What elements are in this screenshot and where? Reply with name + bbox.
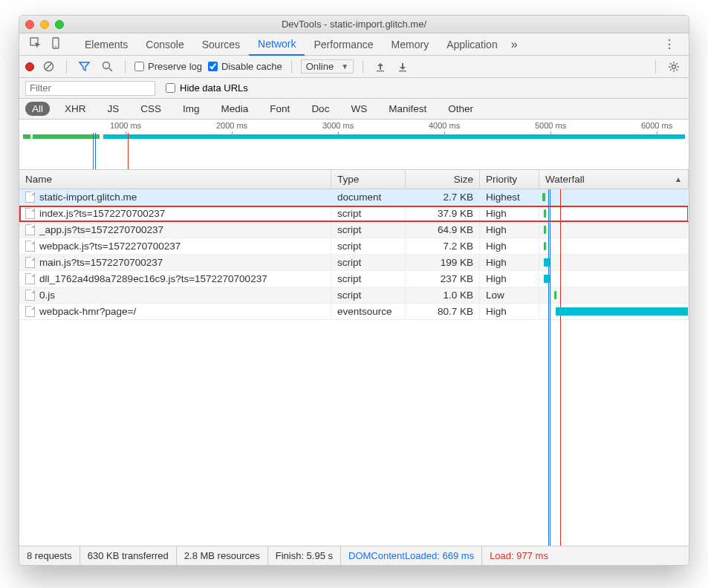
tab-memory[interactable]: Memory	[383, 33, 438, 56]
hide-data-urls-checkbox[interactable]: Hide data URLs	[166, 82, 248, 94]
type-chip-xhr[interactable]: XHR	[58, 102, 93, 116]
filter-input[interactable]	[25, 81, 155, 96]
request-priority: High	[480, 206, 539, 221]
tab-network[interactable]: Network	[249, 33, 305, 56]
sort-icon: ▲	[675, 175, 682, 183]
request-size: 2.7 KB	[406, 189, 480, 205]
download-icon[interactable]	[394, 62, 411, 72]
type-chip-manifest[interactable]: Manifest	[382, 102, 433, 116]
col-waterfall[interactable]: Waterfall▲	[539, 170, 689, 189]
request-size: 237 KB	[406, 271, 480, 287]
filter-icon[interactable]	[76, 61, 93, 72]
table-row[interactable]: index.js?ts=1572270700237script37.9 KBHi…	[19, 206, 689, 222]
more-tabs-icon[interactable]: »	[511, 38, 518, 51]
request-table: static-import.glitch.medocument2.7 KBHig…	[19, 189, 689, 546]
preserve-log-checkbox[interactable]: Preserve log	[134, 61, 202, 72]
tab-sources[interactable]: Sources	[193, 33, 249, 56]
svg-rect-2	[55, 46, 56, 47]
request-type: script	[331, 287, 406, 303]
hide-data-urls-label: Hide data URLs	[180, 82, 248, 94]
request-priority: High	[480, 238, 539, 254]
request-type: document	[331, 189, 406, 205]
status-dcl: DOMContentLoaded: 669 ms	[341, 546, 482, 565]
network-toolbar: Preserve log Disable cache Online▼	[19, 56, 689, 78]
tab-console[interactable]: Console	[137, 33, 192, 56]
svg-point-9	[672, 65, 676, 68]
table-row[interactable]: webpack.js?ts=1572270700237script7.2 KBH…	[19, 238, 689, 255]
request-type: eventsource	[331, 304, 406, 319]
request-size: 7.2 KB	[406, 238, 480, 254]
device-icon[interactable]	[46, 34, 67, 54]
request-priority: High	[480, 255, 539, 270]
tab-application[interactable]: Application	[438, 33, 507, 56]
request-priority: High	[480, 222, 539, 238]
type-chip-media[interactable]: Media	[215, 102, 256, 116]
waterfall-cell	[539, 238, 689, 254]
record-button[interactable]	[25, 62, 34, 71]
tab-performance[interactable]: Performance	[305, 33, 382, 56]
chevron-down-icon: ▼	[341, 62, 348, 71]
file-icon	[25, 257, 35, 268]
type-chip-doc[interactable]: Doc	[305, 102, 336, 116]
file-icon	[25, 273, 35, 284]
svg-rect-8	[399, 71, 406, 71]
throttling-value: Online	[306, 61, 334, 72]
tick-label: 6000 ms	[641, 121, 672, 130]
waterfall-cell	[539, 304, 689, 319]
upload-icon[interactable]	[372, 62, 389, 72]
col-type[interactable]: Type	[331, 170, 406, 189]
type-chip-font[interactable]: Font	[263, 102, 296, 116]
request-type: script	[331, 255, 406, 270]
request-type: script	[331, 206, 406, 221]
request-type: script	[331, 271, 406, 287]
request-priority: High	[480, 271, 539, 287]
table-row[interactable]: static-import.glitch.medocument2.7 KBHig…	[19, 189, 689, 206]
type-chip-css[interactable]: CSS	[134, 102, 168, 116]
inspect-icon[interactable]	[25, 34, 46, 54]
type-chip-img[interactable]: Img	[176, 102, 207, 116]
table-row[interactable]: main.js?ts=1572270700237script199 KBHigh	[19, 255, 689, 271]
svg-line-14	[670, 63, 672, 65]
gear-icon[interactable]	[665, 61, 683, 73]
type-chip-ws[interactable]: WS	[344, 102, 374, 116]
table-row[interactable]: _app.js?ts=1572270700237script64.9 KBHig…	[19, 222, 689, 238]
svg-line-16	[670, 69, 672, 71]
file-icon	[25, 241, 35, 252]
request-size: 37.9 KB	[406, 206, 480, 221]
svg-rect-7	[377, 71, 384, 71]
request-size: 199 KB	[406, 255, 480, 270]
search-icon[interactable]	[99, 61, 116, 72]
request-priority: Highest	[480, 189, 539, 205]
window-title: DevTools - static-import.glitch.me/	[19, 19, 689, 30]
table-row[interactable]: dll_1762a4d98a7289ec16c9.js?ts=157227070…	[19, 271, 689, 287]
table-row[interactable]: webpack-hmr?page=/eventsource80.7 KBHigh	[19, 304, 689, 320]
waterfall-cell	[539, 255, 689, 270]
file-icon	[25, 192, 35, 203]
request-name: dll_1762a4d98a7289ec16c9.js?ts=157227070…	[39, 273, 267, 284]
col-priority[interactable]: Priority	[480, 170, 539, 189]
type-chip-other[interactable]: Other	[441, 102, 480, 116]
waterfall-cell	[539, 271, 689, 287]
type-chip-js[interactable]: JS	[101, 102, 126, 116]
svg-line-4	[46, 64, 52, 70]
col-name[interactable]: Name	[19, 170, 331, 189]
request-size: 1.0 KB	[406, 287, 480, 303]
table-row[interactable]: 0.jsscript1.0 KBLow	[19, 287, 689, 304]
waterfall-cell	[539, 287, 689, 303]
waterfall-cell	[539, 189, 689, 205]
timeline-overview[interactable]: 1000 ms2000 ms3000 ms4000 ms5000 ms6000 …	[19, 120, 689, 170]
status-resources: 2.8 MB resources	[177, 546, 268, 565]
request-name: webpack-hmr?page=/	[39, 306, 136, 317]
tick-label: 2000 ms	[216, 121, 247, 130]
status-finish: Finish: 5.95 s	[268, 546, 341, 565]
disable-cache-checkbox[interactable]: Disable cache	[208, 61, 282, 72]
throttling-select[interactable]: Online▼	[301, 59, 354, 74]
clear-icon[interactable]	[40, 61, 57, 72]
col-size[interactable]: Size	[406, 170, 480, 189]
kebab-menu-icon[interactable]: ⋮	[656, 37, 683, 51]
request-name: 0.js	[39, 290, 55, 301]
file-icon	[25, 208, 35, 219]
tab-elements[interactable]: Elements	[76, 33, 137, 56]
type-chip-all[interactable]: All	[25, 102, 50, 116]
svg-point-5	[103, 62, 110, 69]
